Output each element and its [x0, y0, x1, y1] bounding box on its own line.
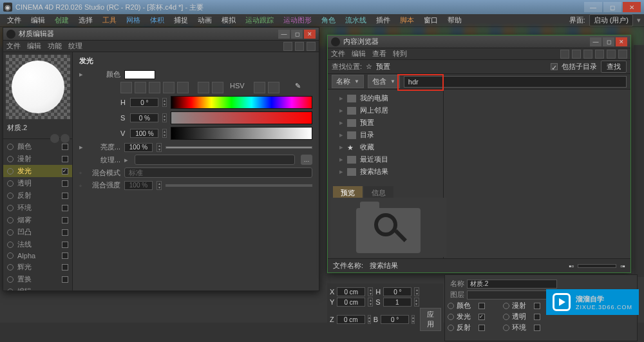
- mat-close-button[interactable]: ✕: [304, 30, 316, 39]
- cb-subfolders-check[interactable]: ✓: [551, 63, 558, 70]
- cb-menu-edit[interactable]: 编辑: [352, 49, 366, 59]
- cb-search-button[interactable]: 查找: [601, 61, 627, 73]
- picker-swatch-icon[interactable]: [177, 82, 189, 93]
- coord-b-spin[interactable]: ▴▾: [412, 315, 415, 324]
- channel-radio[interactable]: [7, 193, 14, 199]
- tree-recent[interactable]: ▸最近项目: [330, 153, 440, 166]
- zoom-out-icon[interactable]: ▪▫: [569, 262, 574, 270]
- texture-drop[interactable]: [135, 155, 295, 165]
- mat-titlebar[interactable]: 材质编辑器 — ◻ ✕: [3, 28, 319, 41]
- channel-辉光[interactable]: 辉光: [3, 261, 72, 273]
- picker-spectrum-icon[interactable]: [149, 82, 160, 93]
- channel-check[interactable]: [62, 193, 68, 199]
- channel-环境[interactable]: 环境: [3, 202, 72, 214]
- coord-h-input[interactable]: [383, 287, 412, 296]
- tree-expand-icon[interactable]: ▸: [339, 155, 343, 164]
- cb-tool-fav-icon[interactable]: [607, 50, 616, 59]
- tree-net[interactable]: ▸网上邻居: [330, 104, 440, 117]
- brightness-spinner[interactable]: ▴▾: [156, 143, 162, 152]
- channel-radio[interactable]: [7, 264, 14, 271]
- menu-edit[interactable]: 编辑: [27, 14, 49, 26]
- cb-menu-view[interactable]: 查看: [372, 49, 386, 59]
- channel-check[interactable]: [62, 264, 68, 271]
- cb-close-button[interactable]: ✕: [616, 37, 627, 46]
- channel-反射[interactable]: 反射: [3, 189, 72, 202]
- channel-check[interactable]: [62, 144, 68, 150]
- channel-check[interactable]: [62, 252, 68, 259]
- coord-p-spin[interactable]: ▴▾: [414, 298, 419, 307]
- expand-icon[interactable]: ▸: [79, 70, 86, 79]
- channel-check[interactable]: [62, 180, 68, 187]
- material-preview[interactable]: [6, 55, 70, 119]
- cb-min-button[interactable]: —: [590, 37, 601, 46]
- channel-check[interactable]: [62, 217, 68, 223]
- picker-image-icon[interactable]: [163, 82, 175, 93]
- channel-radio[interactable]: [7, 180, 14, 187]
- picker-mode-icon[interactable]: [120, 82, 132, 93]
- menu-help[interactable]: 帮助: [444, 14, 466, 26]
- channel-radio[interactable]: [7, 168, 14, 175]
- channel-check[interactable]: [62, 242, 68, 248]
- tree-star[interactable]: ▸★收藏: [330, 141, 440, 153]
- channel-radio[interactable]: [7, 205, 14, 211]
- channel-check[interactable]: [62, 229, 68, 236]
- menu-mograph[interactable]: 运动图形: [279, 14, 316, 26]
- tree-expand-icon[interactable]: ▸: [339, 143, 343, 151]
- prop-check[interactable]: [534, 325, 540, 331]
- coord-x-spin[interactable]: ▴▾: [368, 287, 373, 296]
- prop-radio[interactable]: [503, 303, 509, 309]
- tree-pc[interactable]: ▸我的电脑: [330, 92, 440, 104]
- s-input[interactable]: [130, 113, 158, 122]
- channel-radio[interactable]: [7, 276, 14, 283]
- zoom-in-icon[interactable]: ▫▪: [620, 262, 625, 270]
- v-input[interactable]: [130, 129, 158, 138]
- prop-check[interactable]: [534, 314, 540, 320]
- channel-radio[interactable]: [7, 156, 14, 162]
- channel-radio[interactable]: [7, 289, 14, 291]
- prop-radio[interactable]: [503, 325, 509, 331]
- color-swatch[interactable]: [124, 70, 155, 79]
- picker-rgb-icon[interactable]: [198, 82, 209, 93]
- texture-browse-button[interactable]: …: [301, 155, 312, 165]
- coord-h-spin[interactable]: ▴▾: [414, 287, 419, 296]
- cb-tool-search-icon[interactable]: [618, 50, 627, 59]
- prop-radio[interactable]: [503, 314, 509, 320]
- cb-titlebar[interactable]: 内容浏览器 — ◻ ✕: [328, 35, 630, 48]
- channel-置换[interactable]: 置换: [3, 273, 72, 285]
- menu-plugin[interactable]: 插件: [372, 14, 394, 26]
- menu-anim[interactable]: 动画: [194, 14, 216, 26]
- val-slider[interactable]: [171, 127, 312, 140]
- channel-颜色[interactable]: 颜色: [3, 140, 72, 153]
- h-spinner[interactable]: ▴▾: [162, 98, 167, 107]
- brightness-input[interactable]: [124, 143, 153, 152]
- cb-tool-view-icon[interactable]: [595, 50, 604, 59]
- channel-发光[interactable]: 发光: [3, 165, 72, 177]
- prop-check[interactable]: [478, 314, 485, 320]
- tree-cat[interactable]: ▸目录: [330, 129, 440, 141]
- tree-expand-icon[interactable]: ▸: [339, 94, 343, 102]
- coord-z-spin[interactable]: ▴▾: [368, 315, 371, 324]
- channel-透明[interactable]: 透明: [3, 177, 72, 189]
- channel-check[interactable]: [62, 205, 68, 211]
- tree-result[interactable]: ▸搜索结果: [330, 166, 440, 178]
- channel-check[interactable]: [62, 276, 68, 283]
- menu-create[interactable]: 创建: [51, 14, 73, 26]
- menu-volume[interactable]: 体积: [146, 14, 168, 26]
- menu-select[interactable]: 选择: [75, 14, 97, 26]
- menu-pipe[interactable]: 流水线: [341, 14, 370, 26]
- mat-menu-edit[interactable]: 编辑: [27, 41, 41, 51]
- cb-filter-op-dd[interactable]: 包含▼: [368, 75, 400, 88]
- coord-z-input[interactable]: [337, 315, 365, 324]
- h-input[interactable]: [130, 98, 158, 107]
- cb-menu-goto[interactable]: 转到: [393, 49, 407, 59]
- zoom-slider[interactable]: [578, 264, 616, 268]
- menu-file[interactable]: 文件: [3, 14, 25, 26]
- cb-tool-up-icon[interactable]: [583, 50, 592, 59]
- cb-loc-value[interactable]: 预置: [376, 62, 390, 71]
- channel-radio[interactable]: [7, 252, 14, 259]
- cb-tool-home-icon[interactable]: [572, 50, 581, 59]
- cb-menu-file[interactable]: 文件: [331, 49, 345, 59]
- coord-p-input[interactable]: [383, 298, 412, 307]
- channel-check[interactable]: [62, 156, 68, 162]
- menu-snap[interactable]: 捕捉: [170, 14, 192, 26]
